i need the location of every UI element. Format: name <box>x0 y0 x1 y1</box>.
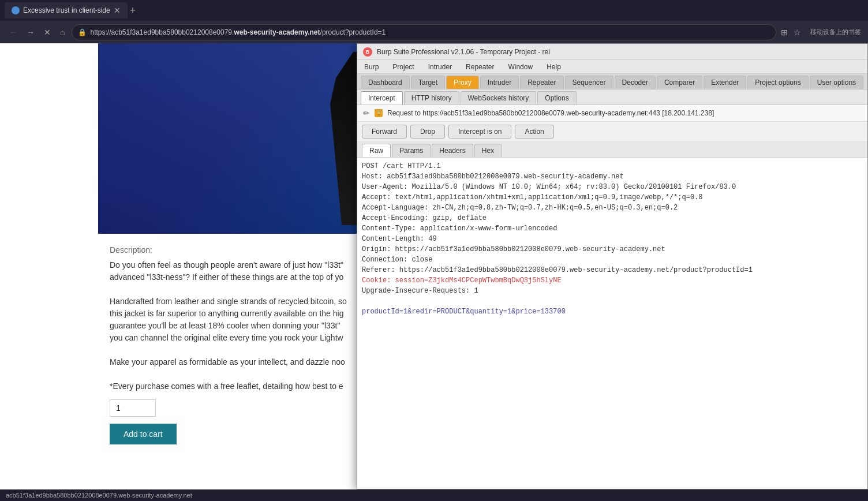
burp-menu-bar: Burp Project Intruder Repeater Window He… <box>357 60 867 74</box>
forward-button[interactable]: → <box>24 27 37 38</box>
http-content-length-header: Content-Length: 49 <box>362 234 863 244</box>
content-tab-hex[interactable]: Hex <box>474 144 502 157</box>
http-origin-header: Origin: https://acb51f3a1ed9bba580bb0212… <box>362 244 863 255</box>
tab-project-options[interactable]: Project options <box>747 76 808 89</box>
content-tab-raw[interactable]: Raw <box>362 144 391 157</box>
menu-project[interactable]: Project <box>390 62 416 72</box>
url-full: https://acb51f3a1ed9bba580bb0212008e0079… <box>90 28 234 36</box>
tab-close-button[interactable]: ✕ <box>114 6 121 15</box>
browser-tab-active[interactable]: Excessive trust in client-side ✕ <box>5 2 128 18</box>
lock-icon: 🔒 <box>78 28 87 36</box>
desc-line3: Handcrafted from leather and single stra… <box>110 297 347 306</box>
url-bar[interactable]: 🔒 https://acb51f3a1ed9bba580bb0212008e00… <box>72 24 776 40</box>
tab-dashboard[interactable]: Dashboard <box>361 76 410 89</box>
request-url: Request to https://acb51f3a1ed9bba580bb0… <box>387 109 862 117</box>
http-accept-language-header: Accept-Language: zh-CN,zh;q=0.8,zh-TW;q=… <box>362 203 863 213</box>
browser-toolbar-icons: ⊞ ☆ <box>781 28 801 37</box>
menu-help[interactable]: Help <box>544 62 563 72</box>
url-text: https://acb51f3a1ed9bba580bb0212008e0079… <box>90 28 770 36</box>
http-cookie-header: Cookie: session=Z3jkdMs4CPCepWTwbmBqDwQ3… <box>362 275 863 286</box>
menu-window[interactable]: Window <box>506 62 535 72</box>
add-to-cart-button[interactable]: Add to cart <box>110 424 177 444</box>
request-info-bar: ✏ 🔒 Request to https://acb51f3a1ed9bba58… <box>357 105 867 122</box>
burp-suite-window: B Burp Suite Professional v2.1.06 - Temp… <box>357 43 868 489</box>
http-content-type-header: Content-Type: application/x-www-form-url… <box>362 223 863 234</box>
desc-line4: this jacket is far superior to anything … <box>110 309 343 318</box>
tab-user-options[interactable]: User options <box>810 76 863 89</box>
back-button[interactable]: ← <box>7 27 20 38</box>
browser-chrome: Excessive trust in client-side ✕ + ← → ✕… <box>0 0 868 43</box>
http-request-content: POST /cart HTTP/1.1 Host: acb51f3a1ed9bb… <box>357 158 867 489</box>
tab-decoder[interactable]: Decoder <box>615 76 656 89</box>
tab-repeater[interactable]: Repeater <box>520 76 563 89</box>
burp-title: Burp Suite Professional v2.1.06 - Tempor… <box>377 48 862 56</box>
bookmark-bar-label: 移动设备上的书签 <box>810 28 861 36</box>
reload-button[interactable]: ✕ <box>42 27 53 38</box>
subtab-options[interactable]: Options <box>537 91 576 104</box>
new-tab-button[interactable]: + <box>130 5 136 17</box>
proxy-subtabs: Intercept HTTP history WebSockets histor… <box>357 89 867 105</box>
burp-titlebar: B Burp Suite Professional v2.1.06 - Temp… <box>357 44 867 60</box>
tab-intruder[interactable]: Intruder <box>480 76 519 89</box>
secure-badge: 🔒 <box>375 109 383 117</box>
menu-repeater[interactable]: Repeater <box>463 62 496 72</box>
http-blank-line <box>362 296 863 306</box>
http-useragent-header: User-Agent: Mozilla/5.0 (Windows NT 10.0… <box>362 182 863 192</box>
extensions-icon[interactable]: ⊞ <box>781 28 788 37</box>
burp-main-tabs: Dashboard Target Proxy Intruder Repeater… <box>357 74 867 89</box>
desc-line6: you can channel the original elite every… <box>110 333 343 342</box>
tab-extender[interactable]: Extender <box>704 76 746 89</box>
menu-intruder[interactable]: Intruder <box>426 62 454 72</box>
http-post-body: productId=1&redir=PRODUCT&quantity=1&pri… <box>362 306 863 317</box>
http-host-header: Host: acb51f3a1ed9bba580bb0212008e0079.w… <box>362 171 863 182</box>
subtab-http-history[interactable]: HTTP history <box>404 91 459 104</box>
address-bar: ← → ✕ ⌂ 🔒 https://acb51f3a1ed9bba580bb02… <box>0 21 868 43</box>
http-referer-header: Referer: https://acb51f3a1ed9bba580bb021… <box>362 265 863 275</box>
tab-proxy[interactable]: Proxy <box>446 76 479 89</box>
tab-sequencer[interactable]: Sequencer <box>565 76 613 89</box>
home-button[interactable]: ⌂ <box>58 27 67 38</box>
content-tab-params[interactable]: Params <box>392 144 431 157</box>
http-accept-header: Accept: text/html,application/xhtml+xml,… <box>362 192 863 203</box>
subtab-websockets-history[interactable]: WebSockets history <box>461 91 537 104</box>
url-path: /product?productId=1 <box>320 28 386 36</box>
action-button[interactable]: Action <box>515 125 553 139</box>
bookmark-icon[interactable]: ☆ <box>794 28 801 37</box>
http-accept-encoding-header: Accept-Encoding: gzip, deflate <box>362 213 863 223</box>
burp-logo: B <box>363 47 372 57</box>
status-url: acb51f3a1ed9bba580bb0212008e0079.web-sec… <box>6 492 192 499</box>
http-request-line: POST /cart HTTP/1.1 <box>362 161 863 171</box>
content-tabs: Raw Params Headers Hex <box>357 142 867 158</box>
desc-line1: Do you often feel as though people aren'… <box>110 260 343 270</box>
main-content: Description: Do you often feel as though… <box>0 43 868 489</box>
desc-line2: advanced "l33t-ness"? If either of these… <box>110 272 343 282</box>
forward-button[interactable]: Forward <box>362 125 407 139</box>
intercept-toggle-button[interactable]: Intercept is on <box>448 125 511 139</box>
quantity-input[interactable] <box>110 399 156 417</box>
tab-bar: Excessive trust in client-side ✕ + <box>0 0 868 21</box>
url-domain: web-security-academy.net <box>234 28 320 36</box>
desc-line7: Make your apparel as formidable as your … <box>110 357 345 367</box>
content-tab-headers[interactable]: Headers <box>432 144 473 157</box>
desc-line5: guarantee you'll be at least 18% cooler … <box>110 321 340 330</box>
action-buttons: Forward Drop Intercept is on Action <box>357 122 867 142</box>
edit-icon: ✏ <box>363 109 370 118</box>
tab-favicon <box>12 6 20 14</box>
http-upgrade-insecure-header: Upgrade-Insecure-Requests: 1 <box>362 286 863 296</box>
subtab-intercept[interactable]: Intercept <box>361 91 403 104</box>
desc-line8: *Every purchase comes with a free leafle… <box>110 382 343 391</box>
tab-title: Excessive trust in client-side <box>23 6 110 14</box>
status-bar: acb51f3a1ed9bba580bb0212008e0079.web-sec… <box>0 489 868 501</box>
tab-comparer[interactable]: Comparer <box>657 76 702 89</box>
menu-burp[interactable]: Burp <box>362 62 381 72</box>
http-connection-header: Connection: close <box>362 255 863 265</box>
drop-button[interactable]: Drop <box>410 125 445 139</box>
tab-target[interactable]: Target <box>411 76 445 89</box>
